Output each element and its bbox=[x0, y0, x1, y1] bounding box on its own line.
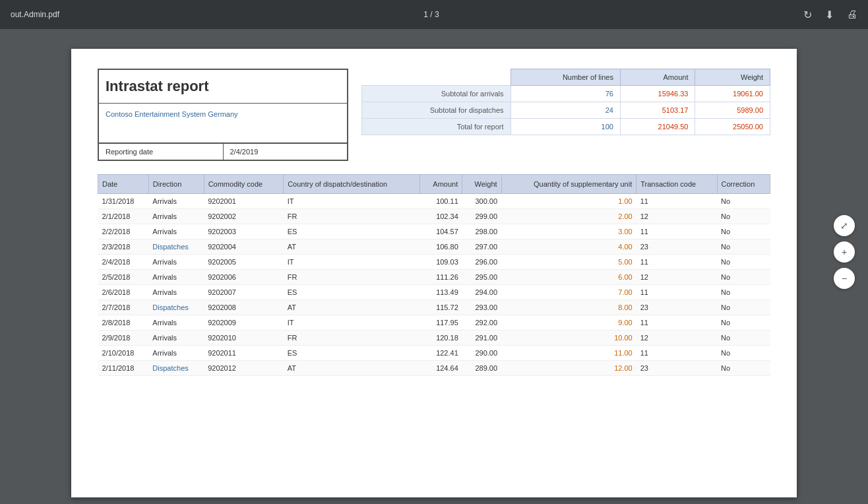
cell-amount: 124.64 bbox=[420, 361, 462, 376]
summary-row: Subtotal for dispatches 24 5103.17 5989.… bbox=[362, 102, 770, 119]
cell-quantity: 2.00 bbox=[501, 209, 636, 224]
header-section: Intrastat report Contoso Entertainment S… bbox=[98, 69, 770, 161]
cell-transaction: 11 bbox=[636, 285, 717, 300]
data-table: Date Direction Commodity code Country of… bbox=[98, 174, 770, 376]
summary-weight: 19061.00 bbox=[695, 86, 770, 102]
cell-correction: No bbox=[717, 194, 770, 209]
cell-weight: 289.00 bbox=[462, 361, 501, 376]
cell-country: AT bbox=[284, 300, 420, 315]
cell-date: 2/7/2018 bbox=[98, 300, 149, 315]
cell-direction: Arrivals bbox=[148, 194, 204, 209]
cell-date: 2/10/2018 bbox=[98, 346, 149, 361]
cell-correction: No bbox=[717, 285, 770, 300]
cell-country: IT bbox=[284, 315, 420, 331]
cell-direction: Arrivals bbox=[148, 224, 204, 239]
cell-quantity: 7.00 bbox=[501, 285, 636, 300]
col-correction: Correction bbox=[717, 175, 770, 194]
cell-commodity: 9202011 bbox=[204, 346, 284, 361]
col-weight: Weight bbox=[462, 175, 501, 194]
cell-amount: 102.34 bbox=[420, 209, 462, 224]
cell-commodity: 9202010 bbox=[204, 331, 284, 346]
cell-commodity: 9202012 bbox=[204, 361, 284, 376]
cell-country: AT bbox=[284, 239, 420, 255]
col-direction: Direction bbox=[148, 175, 204, 194]
zoom-out-button[interactable]: − bbox=[834, 268, 855, 289]
col-amount: Amount bbox=[420, 175, 462, 194]
cell-country: FR bbox=[284, 209, 420, 224]
print-icon[interactable]: 🖨 bbox=[847, 9, 857, 20]
cell-correction: No bbox=[717, 361, 770, 376]
table-row: 2/11/2018 Dispatches 9202012 AT 124.64 2… bbox=[98, 361, 770, 376]
report-date-row: Reporting date 2/4/2019 bbox=[99, 143, 347, 160]
cell-transaction: 23 bbox=[636, 361, 717, 376]
refresh-icon[interactable]: ↻ bbox=[803, 9, 812, 21]
summary-table: Number of lines Amount Weight Subtotal f… bbox=[361, 69, 770, 135]
summary-lines: 76 bbox=[511, 86, 620, 102]
cell-country: FR bbox=[284, 270, 420, 285]
cell-amount: 111.26 bbox=[420, 270, 462, 285]
cell-transaction: 11 bbox=[636, 194, 717, 209]
zoom-in-button[interactable]: + bbox=[834, 241, 855, 263]
table-row: 2/7/2018 Dispatches 9202008 AT 115.72 29… bbox=[98, 300, 770, 315]
cell-amount: 120.18 bbox=[420, 331, 462, 346]
company-name: Contoso Entertainment System Germany bbox=[106, 110, 238, 118]
fit-zoom-button[interactable]: ⤢ bbox=[834, 215, 855, 236]
cell-weight: 296.00 bbox=[462, 255, 501, 270]
cell-weight: 299.00 bbox=[462, 209, 501, 224]
cell-commodity: 9202005 bbox=[204, 255, 284, 270]
reporting-date-label: Reporting date bbox=[99, 144, 224, 160]
cell-date: 1/31/2018 bbox=[98, 194, 149, 209]
cell-weight: 292.00 bbox=[462, 315, 501, 331]
cell-amount: 100.11 bbox=[420, 194, 462, 209]
cell-direction: Arrivals bbox=[148, 209, 204, 224]
summary-label: Subtotal for dispatches bbox=[362, 102, 511, 119]
cell-weight: 290.00 bbox=[462, 346, 501, 361]
summary-col-weight: Weight bbox=[695, 69, 770, 86]
cell-correction: No bbox=[717, 346, 770, 361]
cell-country: ES bbox=[284, 346, 420, 361]
cell-transaction: 11 bbox=[636, 346, 717, 361]
cell-direction: Dispatches bbox=[148, 300, 204, 315]
cell-date: 2/3/2018 bbox=[98, 239, 149, 255]
cell-transaction: 12 bbox=[636, 270, 717, 285]
summary-amount: 5103.17 bbox=[620, 102, 695, 119]
cell-correction: No bbox=[717, 209, 770, 224]
cell-transaction: 23 bbox=[636, 300, 717, 315]
cell-amount: 106.80 bbox=[420, 239, 462, 255]
cell-date: 2/4/2018 bbox=[98, 255, 149, 270]
cell-commodity: 9202006 bbox=[204, 270, 284, 285]
download-icon[interactable]: ⬇ bbox=[825, 9, 834, 21]
cell-date: 2/11/2018 bbox=[98, 361, 149, 376]
cell-amount: 115.72 bbox=[420, 300, 462, 315]
cell-commodity: 9202008 bbox=[204, 300, 284, 315]
cell-weight: 291.00 bbox=[462, 331, 501, 346]
page-indicator: 1 / 3 bbox=[423, 10, 439, 19]
summary-row: Total for report 100 21049.50 25050.00 bbox=[362, 119, 770, 135]
table-row: 2/10/2018 Arrivals 9202011 ES 122.41 290… bbox=[98, 346, 770, 361]
summary-col-lines: Number of lines bbox=[511, 69, 620, 86]
cell-quantity: 1.00 bbox=[501, 194, 636, 209]
cell-direction: Arrivals bbox=[148, 331, 204, 346]
cell-amount: 122.41 bbox=[420, 346, 462, 361]
cell-transaction: 11 bbox=[636, 255, 717, 270]
cell-country: AT bbox=[284, 361, 420, 376]
cell-quantity: 6.00 bbox=[501, 270, 636, 285]
cell-transaction: 12 bbox=[636, 331, 717, 346]
summary-lines: 24 bbox=[511, 102, 620, 119]
zoom-controls: ⤢ + − bbox=[834, 215, 855, 289]
table-row: 2/2/2018 Arrivals 9202003 ES 104.57 298.… bbox=[98, 224, 770, 239]
cell-date: 2/6/2018 bbox=[98, 285, 149, 300]
report-title: Intrastat report bbox=[106, 78, 340, 95]
cell-quantity: 9.00 bbox=[501, 315, 636, 331]
cell-weight: 300.00 bbox=[462, 194, 501, 209]
toolbar-actions: ↻ ⬇ 🖨 bbox=[803, 9, 857, 21]
table-row: 2/3/2018 Dispatches 9202004 AT 106.80 29… bbox=[98, 239, 770, 255]
cell-commodity: 9202001 bbox=[204, 194, 284, 209]
cell-weight: 297.00 bbox=[462, 239, 501, 255]
cell-direction: Arrivals bbox=[148, 255, 204, 270]
cell-correction: No bbox=[717, 255, 770, 270]
col-country: Country of dispatch/destination bbox=[284, 175, 420, 194]
col-date: Date bbox=[98, 175, 149, 194]
pdf-viewer: Intrastat report Contoso Entertainment S… bbox=[0, 29, 868, 504]
summary-label: Total for report bbox=[362, 119, 511, 135]
